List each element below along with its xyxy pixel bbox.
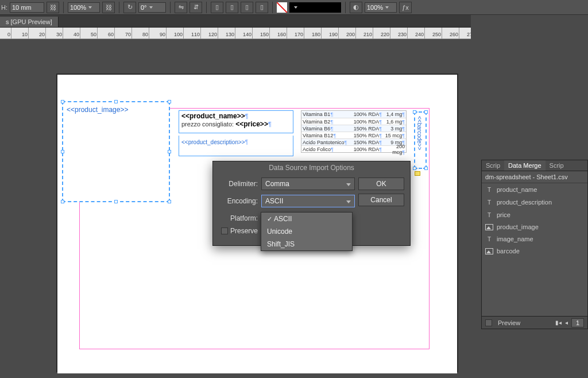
nutrition-row: Vitamina B1¶100% RDA¶1,4 mg¶ [301,111,406,118]
flip-h-icon[interactable]: ⇋ [175,2,187,13]
distribute-icon[interactable]: ▯ [256,2,268,13]
align-left-icon[interactable]: ▯ [211,2,223,13]
preview-checkbox[interactable] [485,319,492,326]
record-number-field[interactable]: 1 [571,318,584,327]
dialog-title: Data Source Import Options [213,161,410,176]
merge-field[interactable]: Tproduct_name [482,183,587,196]
product-image-placeholder: <<product_image>> [63,102,169,117]
merge-field-name: price [497,211,510,218]
preview-label: Preview [498,319,520,326]
merge-field[interactable]: Tprice [482,209,587,221]
nutrition-table[interactable]: Vitamina B1¶100% RDA¶1,4 mg¶Vitamina B2¶… [301,110,407,153]
product-description-placeholder: <<product_description>> [181,139,248,145]
shear-field[interactable]: 0° [138,2,166,13]
merge-field[interactable]: barcode [482,245,587,257]
height-field[interactable]: 10 mm [10,2,44,13]
stroke-style-field[interactable] [289,2,341,13]
text-field-icon: T [485,186,493,194]
title-text-frame[interactable]: <<product_name>> prezzo consigliato: <<p… [179,110,293,133]
merge-field[interactable]: product_image [482,221,587,233]
encoding-dropdown[interactable]: ASCII [261,195,355,207]
panel-tab-scripts-left[interactable]: Scrip [482,160,504,171]
encoding-label: Encoding: [221,197,261,205]
image-field-icon [485,248,493,254]
nutrition-row: Vitamina B2¶100% RDA¶1,6 mg¶ [301,118,406,125]
text-field-icon: T [485,235,493,243]
data-source-filename: dm-spreadsheet - Sheet1.csv [482,171,587,183]
encoding-option[interactable]: Unicode [261,225,352,238]
flip-v-icon[interactable]: ⇵ [189,2,202,13]
nutrition-row: Acido Folico¶100% RDA¶200 mcg¶ [301,145,406,152]
constrain-icon[interactable]: ⛓ [47,2,59,13]
text-field-icon: T [485,211,493,219]
cancel-button[interactable]: Cancel [358,194,404,206]
link-scale-icon[interactable]: ⛓ [102,2,115,13]
prev-record-icon[interactable]: ◂ [565,319,568,326]
delimiter-label: Delimiter: [221,180,261,188]
nutrition-row: Vitamina B6¶150% RDA¶3 mg¶ [301,125,406,132]
merge-field-name: barcode [497,248,520,254]
control-bar: H: 10 mm ⛓ 100% ⛓ ↻ 0° ⇋ ⇵ ▯ ▯ ▯ ▯ ◐ 100… [0,0,588,15]
merge-field-name: product_description [497,199,552,206]
merge-field-name: image_name [497,236,533,242]
encoding-option[interactable]: ASCII [261,213,352,225]
document-tab-strip: s [GPU Preview] [0,15,471,28]
price-label: prezzo consigliato: [181,121,235,128]
opacity-field[interactable]: 100% [365,2,397,13]
document-tab[interactable]: s [GPU Preview] [0,17,59,27]
merge-field-name: product_image [497,223,539,230]
preserve-checkbox[interactable] [221,227,228,234]
first-record-icon[interactable]: ▮◂ [555,319,562,326]
platform-label: Platform: [221,214,261,222]
scale-x-field[interactable]: 100% [68,2,100,13]
data-merge-panel: Scrip Data Merge Scrip dm-spreadsheet - … [481,160,588,329]
merge-field[interactable]: Tproduct_description [482,196,587,209]
frame-origin-indicator [415,171,420,176]
rotate-icon[interactable]: ↻ [123,2,136,13]
opacity-icon[interactable]: ◐ [350,2,362,13]
barcode-placeholder: <<barcode>> [415,113,423,151]
image-field-icon [485,224,493,230]
panel-tab-data-merge[interactable]: Data Merge [504,160,545,171]
horizontal-ruler: -100102030405060708090100110120130140150… [0,28,471,39]
no-stroke-icon[interactable] [277,2,287,13]
ok-button[interactable]: OK [358,178,404,190]
align-center-icon[interactable]: ▯ [226,2,238,13]
height-label: H: [1,4,7,11]
encoding-dropdown-menu: ASCIIUnicodeShift_JIS [261,212,353,251]
panel-tabs: Scrip Data Merge Scrip [482,160,587,171]
product-name-placeholder: <<product_name>> [181,112,248,120]
text-field-icon: T [485,198,493,206]
delimiter-dropdown[interactable]: Comma [261,178,355,190]
product-image-frame[interactable]: <<product_image>> [62,101,170,202]
barcode-frame[interactable]: <<barcode>> [414,111,427,169]
merge-field-name: product_name [497,186,537,193]
align-right-icon[interactable]: ▯ [241,2,253,13]
price-placeholder: <<price>> [235,120,271,128]
description-text-frame[interactable]: <<product_description>> [179,136,293,156]
encoding-option[interactable]: Shift_JIS [261,238,352,250]
panel-tab-scripts-right[interactable]: Scrip [546,160,568,171]
nutrition-row: Vitamina B12¶150% RDA¶15 mcg¶ [301,132,406,138]
preserve-label: Preserve [230,227,258,235]
fx-icon[interactable]: ƒx [399,2,412,13]
merge-field[interactable]: Timage_name [482,233,587,245]
